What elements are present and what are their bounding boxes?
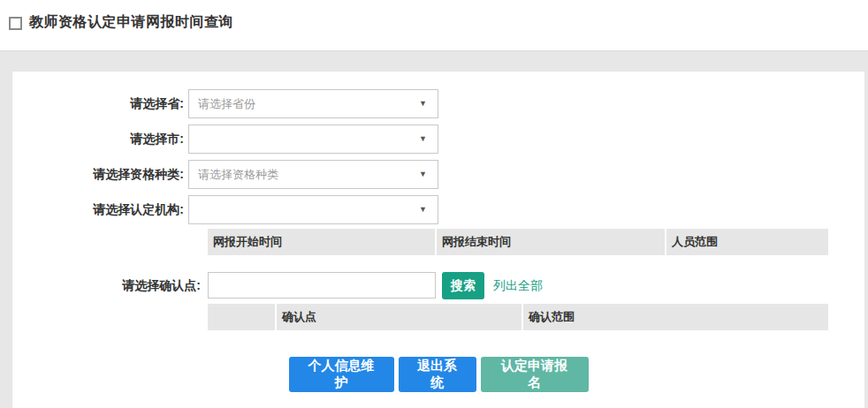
report-start-column-header: 网报开始时间 [208, 229, 437, 255]
province-select[interactable]: 请选择省份 ▼ [188, 89, 438, 118]
square-outline-icon [9, 17, 22, 30]
confirm-point-label: 请选择确认点: [12, 272, 201, 298]
chevron-down-icon: ▼ [419, 161, 427, 188]
chevron-down-icon: ▼ [419, 196, 427, 223]
institution-label: 请选择认定机构: [12, 195, 184, 224]
report-end-column-header: 网报结束时间 [437, 229, 666, 255]
chevron-down-icon: ▼ [419, 90, 427, 117]
logout-button[interactable]: 退出系统 [399, 357, 476, 392]
personal-info-button[interactable]: 个人信息维护 [289, 357, 394, 392]
chevron-down-icon: ▼ [419, 125, 427, 153]
institution-select[interactable]: ▼ [188, 195, 438, 224]
search-button[interactable]: 搜索 [442, 272, 484, 299]
title-bar: 教师资格认定申请网报时间查询 [0, 0, 868, 50]
page-title: 教师资格认定申请网报时间查询 [29, 11, 233, 34]
report-time-table-header: 网报开始时间 网报结束时间 人员范围 [208, 229, 828, 255]
personnel-scope-column-header: 人员范围 [666, 229, 828, 255]
apply-registration-button[interactable]: 认定申请报名 [481, 357, 589, 392]
qualification-type-select-value: 请选择资格种类 [198, 161, 411, 188]
qualification-type-label: 请选择资格种类: [12, 160, 184, 189]
confirm-scope-column-header: 确认范围 [523, 304, 828, 330]
city-label: 请选择市: [12, 125, 184, 154]
confirm-point-column-header: 确认点 [277, 304, 523, 330]
query-panel: 请选择省: 请选择省份 ▼ 请选择市: ▼ 请选择资格种类: 请选择资格种类 ▼… [12, 72, 864, 408]
confirm-point-input[interactable] [208, 272, 436, 298]
list-all-link[interactable]: 列出全部 [493, 272, 543, 299]
province-label: 请选择省: [12, 89, 184, 118]
confirm-point-table-header: 确认点 确认范围 [208, 304, 828, 330]
page-background: 请选择省: 请选择省份 ▼ 请选择市: ▼ 请选择资格种类: 请选择资格种类 ▼… [0, 50, 868, 408]
confirm-empty-column-header [208, 304, 277, 330]
city-select[interactable]: ▼ [188, 125, 438, 154]
footer-button-row: 个人信息维护 退出系统 认定申请报名 [12, 357, 864, 392]
qualification-type-select[interactable]: 请选择资格种类 ▼ [188, 160, 438, 189]
province-select-value: 请选择省份 [198, 90, 411, 117]
